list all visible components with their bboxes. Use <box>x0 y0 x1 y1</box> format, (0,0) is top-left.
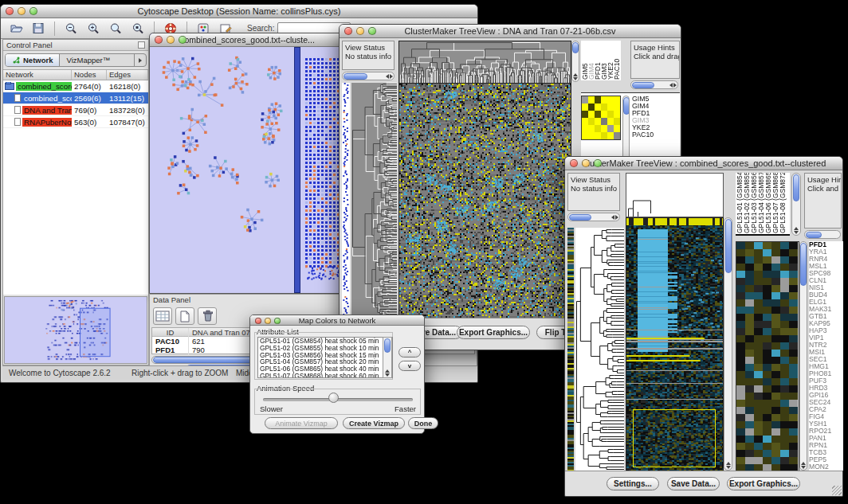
scroll-left-button[interactable] <box>669 83 673 88</box>
labels-vscrollbar[interactable] <box>791 173 801 236</box>
scroll-right-button[interactable] <box>673 83 677 88</box>
attribute-list[interactable]: GPL51-01 (GSM854) heat shock 05 minGPL51… <box>257 337 393 378</box>
tab-vizmapper[interactable]: VizMapper™ <box>60 54 116 66</box>
zoom-fit-button[interactable] <box>129 21 147 37</box>
minimize-button[interactable] <box>582 159 590 167</box>
treeview1-titlebar[interactable]: ClusterMaker TreeView : DNA and Tran 07-… <box>340 25 681 38</box>
zoom-actual-button[interactable] <box>107 21 124 37</box>
birds-eye-view[interactable] <box>4 296 147 364</box>
zoom-button[interactable] <box>594 159 602 167</box>
minimize-button[interactable] <box>18 7 26 15</box>
zoom-hscrollbar[interactable] <box>804 230 841 239</box>
scrollbar-thumb[interactable] <box>632 82 654 88</box>
scroll-up-button[interactable] <box>726 462 731 465</box>
zoom-button[interactable] <box>368 27 376 35</box>
create-vizmap-button[interactable]: Create Vizmap <box>343 417 405 429</box>
attribute-item[interactable]: GPL51-07 (GSM868) heat shock 60 min <box>258 373 392 378</box>
close-button[interactable] <box>255 318 261 324</box>
export-graphics-button[interactable]: Export Graphics... <box>457 326 530 339</box>
zoom-out-button[interactable] <box>62 21 80 37</box>
network-row[interactable]: RNAPuberNov2+563(0)107847(0) <box>3 116 148 128</box>
scrollbar-thumb[interactable] <box>623 97 630 115</box>
tab-network[interactable]: Network <box>6 54 60 66</box>
network-table-header[interactable]: Network Nodes Edges <box>3 70 148 80</box>
row-dendrogram[interactable] <box>575 228 624 471</box>
heatmap-vscrollbar[interactable] <box>724 217 732 471</box>
scrollbar-thumb[interactable] <box>806 232 822 238</box>
col-header-network[interactable]: Network <box>3 70 72 80</box>
scroll-left-button[interactable] <box>386 74 389 79</box>
global-overview-strip[interactable] <box>342 83 350 317</box>
scroll-down-button[interactable] <box>801 466 806 469</box>
close-button[interactable] <box>155 36 163 44</box>
col-header-id[interactable]: ID <box>152 328 189 337</box>
close-button[interactable] <box>6 7 14 15</box>
column-dendrogram[interactable] <box>626 173 724 217</box>
scrollbar-thumb[interactable] <box>344 73 367 80</box>
global-overview-strip[interactable] <box>567 228 574 471</box>
animate-vizmap-button[interactable]: Animate Vizmap <box>265 417 338 429</box>
scroll-up-button[interactable] <box>385 369 390 373</box>
network-view-titlebar[interactable]: combined_scores_good.txt--cluste... <box>150 33 345 47</box>
zoom-heatmap-matrix[interactable] <box>581 96 621 140</box>
minimize-button[interactable] <box>356 27 364 35</box>
slider-thumb[interactable] <box>328 393 339 403</box>
zoom-in-button[interactable] <box>84 21 102 37</box>
dendrogram-hscrollbar[interactable] <box>567 213 620 221</box>
col-header-edges[interactable]: Edges <box>107 70 148 80</box>
scroll-down-button[interactable] <box>726 466 731 469</box>
minimize-button[interactable] <box>265 318 271 324</box>
row-dendrogram[interactable] <box>351 83 397 317</box>
close-button[interactable] <box>570 159 578 167</box>
cytoscape-titlebar[interactable]: Cytoscape Desktop (Session Name: collins… <box>1 5 477 18</box>
delete-attribute-button[interactable] <box>198 307 217 325</box>
scrollbar-thumb[interactable] <box>793 174 799 201</box>
attribute-select-button[interactable] <box>153 307 172 325</box>
network-canvas[interactable] <box>150 47 345 293</box>
minimize-button[interactable] <box>167 36 175 44</box>
scroll-down-button[interactable] <box>573 77 578 80</box>
new-attribute-button[interactable] <box>175 307 194 325</box>
scroll-up-button[interactable] <box>794 227 799 230</box>
heatmap-canvas[interactable] <box>398 83 571 318</box>
move-down-button[interactable]: v <box>398 361 421 371</box>
col-header-nodes[interactable]: Nodes <box>72 70 107 80</box>
tab-overflow-button[interactable] <box>134 54 146 66</box>
settings-button[interactable]: Settings... <box>607 477 659 490</box>
zoom-button[interactable] <box>274 318 281 324</box>
gene-list-vscrollbar[interactable] <box>799 241 807 471</box>
scroll-left-button[interactable] <box>611 215 614 220</box>
scrollbar-thumb[interactable] <box>572 42 579 53</box>
scroll-up-button[interactable] <box>573 73 578 76</box>
scrollbar-thumb[interactable] <box>384 338 391 353</box>
done-button[interactable]: Done <box>408 417 438 429</box>
resize-grip[interactable] <box>832 486 842 495</box>
save-session-button[interactable] <box>29 21 47 37</box>
export-graphics-button[interactable]: Export Graphics... <box>727 477 800 490</box>
scroll-down-button[interactable] <box>385 373 390 377</box>
column-dendrogram[interactable] <box>398 41 571 84</box>
float-panel-icon[interactable] <box>138 41 145 49</box>
zoom-button[interactable] <box>179 36 186 44</box>
heatmap-canvas[interactable] <box>626 217 724 472</box>
scroll-up-button[interactable] <box>801 462 806 465</box>
attribute-list-vscrollbar[interactable] <box>383 337 392 378</box>
close-button[interactable] <box>344 27 352 35</box>
treeview2-titlebar[interactable]: ClusterMaker TreeView : combined_scores_… <box>565 157 842 170</box>
scroll-right-button[interactable] <box>390 74 393 79</box>
scrollbar-thumb[interactable] <box>800 243 807 286</box>
dendrogram-vscrollbar[interactable] <box>571 41 579 82</box>
scrollbar-thumb[interactable] <box>725 219 732 273</box>
zoom-hscrollbar[interactable] <box>630 80 678 89</box>
network-row[interactable]: DNA and Tran 07769(0)183728(0) <box>3 104 148 116</box>
scrollbar-thumb[interactable] <box>569 214 591 221</box>
open-session-button[interactable] <box>7 21 25 37</box>
zoom-button[interactable] <box>29 7 37 15</box>
dendrogram-hscrollbar[interactable] <box>342 72 395 80</box>
scroll-right-button[interactable] <box>615 215 618 220</box>
network-row[interactable]: combined_sco2569(6)13112(15) <box>3 92 148 104</box>
dialog-titlebar[interactable]: Map Colors to Network <box>250 315 424 326</box>
zoom-heatmap[interactable] <box>736 241 799 472</box>
save-data-button[interactable]: Save Data... <box>667 477 720 490</box>
move-up-button[interactable]: ^ <box>398 347 421 357</box>
